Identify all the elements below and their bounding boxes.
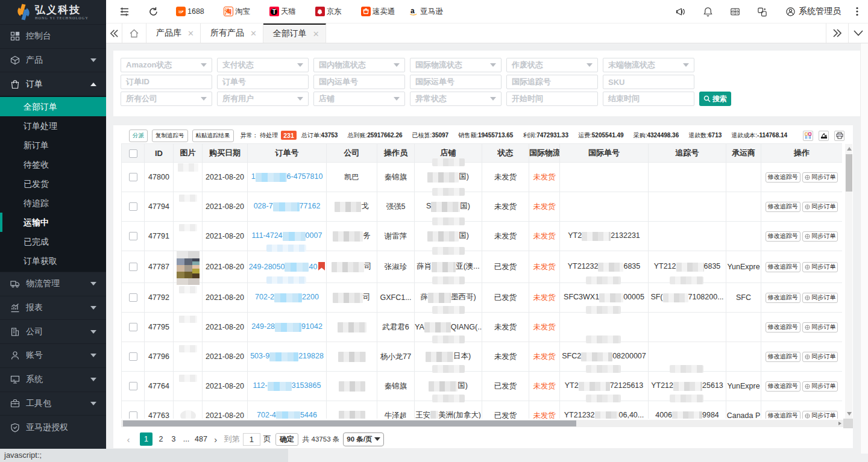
svg-text:a: a xyxy=(410,7,415,15)
